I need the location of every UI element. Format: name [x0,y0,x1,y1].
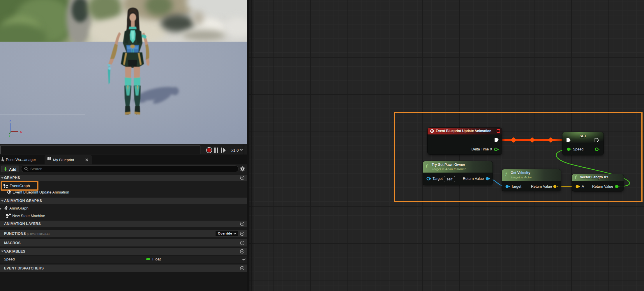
svg-text:X: X [20,130,22,134]
svg-text:x1.0: x1.0 [231,148,239,152]
svg-text:Y: Y [8,134,11,138]
svg-text:Z: Z [9,119,11,123]
